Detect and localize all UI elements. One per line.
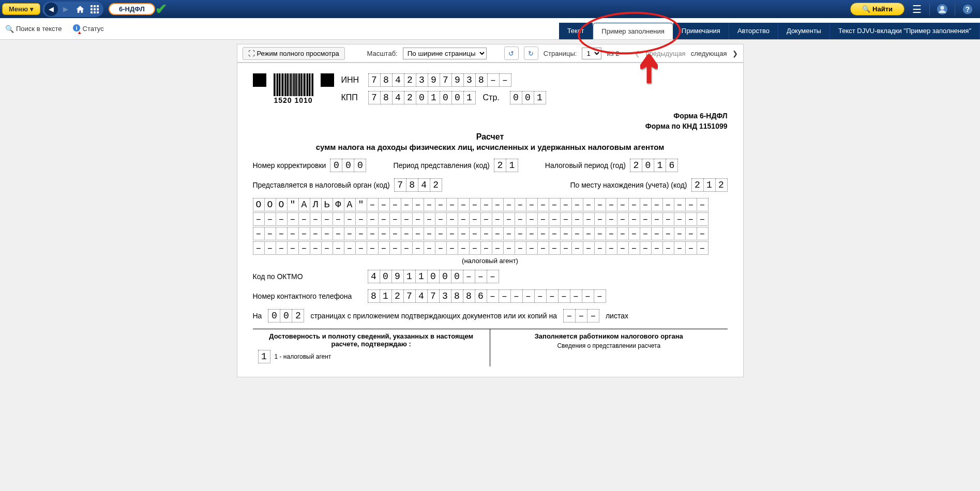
menu-label: Меню [9, 5, 28, 13]
marker-square [253, 73, 266, 87]
marker-square [321, 73, 334, 87]
tab-notes[interactable]: Примечания [673, 23, 729, 39]
inn-cells: 7842397938–– [368, 73, 511, 87]
corr-cells: 000 [330, 159, 366, 172]
year-label: Налоговый период (год) [545, 161, 626, 170]
bottom-two-col: Достоверность и полноту сведений, указан… [253, 329, 728, 366]
fullscreen-icon: ⛶ [248, 50, 255, 57]
chevron-right-icon[interactable]: ❯ [732, 50, 738, 57]
oktmo-cells: 40911000––– [368, 270, 499, 283]
corr-label: Номер корректировки [253, 161, 326, 170]
phone-label: Номер контактного телефона [253, 292, 361, 300]
organ-label: Представляется в налоговый орган (код) [253, 181, 390, 189]
tab-example[interactable]: Пример заполнения [593, 23, 673, 39]
grid-button[interactable] [88, 3, 101, 16]
tab-documents[interactable]: Документы [778, 23, 830, 39]
form-label: Форма 6-НДФЛ [253, 112, 728, 120]
tab-authorship[interactable]: Авторство [729, 23, 778, 39]
form-subtitle: сумм налога на доходы физических лиц, ис… [253, 143, 728, 151]
hamburger-icon[interactable]: ☰ [910, 2, 924, 17]
svg-rect-4 [94, 8, 96, 10]
search-icon: 🔍 [862, 5, 870, 13]
secondbar: 🔍 Поиск в тексте i ▲ Статус Текст Пример… [0, 18, 980, 40]
pages-label: Страницы: [544, 50, 577, 57]
right-sub: Сведения о представлении расчета [495, 342, 722, 349]
home-button[interactable] [73, 3, 87, 16]
undo-icon: ↺ [508, 50, 514, 57]
info-icon: i ▲ [72, 24, 81, 34]
tab-text[interactable]: Текст [559, 23, 593, 39]
svg-point-10 [940, 6, 944, 9]
on-label: На [253, 312, 262, 320]
search-pill[interactable]: 6-НДФЛ [109, 3, 155, 15]
scale-select[interactable]: По ширине страницы [403, 48, 487, 59]
right-head: Заполняется работником налогового органа [495, 332, 722, 340]
sheets-label: листах [606, 312, 628, 320]
status-button[interactable]: i ▲ Статус [72, 24, 104, 34]
knd-label: Форма по КНД 1151099 [253, 122, 728, 130]
place-label: По месту нахождения (учета) (код) [570, 181, 687, 189]
chevron-left-icon: ❮ [635, 50, 640, 57]
str-cells: 001 [510, 91, 546, 104]
att-cells: ––– [563, 309, 599, 323]
oktmo-label: Код по ОКТМО [253, 272, 361, 281]
name-row-2: –––––––––––––––––––––––––––––––––––––––– [253, 212, 728, 226]
page-select[interactable]: 1 [582, 48, 601, 59]
period-cells: 21 [494, 159, 518, 172]
scale-label: Масштаб: [367, 50, 397, 57]
redo-icon: ↻ [528, 50, 534, 57]
kpp-cells: 784201001 [368, 91, 476, 104]
str-label: Стр. [483, 93, 506, 102]
prev-page-link: предыдущая [645, 50, 685, 57]
phone-cells: 8127473886–––––––––– [368, 289, 606, 303]
kpp-label: КПП [341, 93, 364, 102]
svg-rect-1 [94, 5, 96, 7]
form-title: Расчет [253, 132, 728, 142]
year-cells: 2016 [630, 159, 678, 172]
dropdown-icon: ▾ [30, 5, 34, 13]
next-page-link[interactable]: следующая [691, 50, 727, 57]
name-row-4: –––––––––––––––––––––––––––––––––––––––– [253, 241, 728, 255]
opt1-label: 1 - налоговый агент [275, 353, 331, 360]
text-search-button[interactable]: 🔍 Поиск в тексте [5, 25, 62, 33]
svg-rect-2 [97, 5, 99, 7]
svg-rect-7 [94, 11, 96, 13]
place-cells: 212 [691, 178, 728, 192]
svg-rect-3 [91, 8, 93, 10]
svg-rect-0 [91, 5, 93, 7]
magnifier-icon: 🔍 [5, 25, 14, 33]
menu-button[interactable]: Меню ▾ [2, 3, 40, 15]
viewer-toolbar: ⛶ Режим полного просмотра Масштаб: По ши… [237, 44, 744, 63]
barcode: 1520 1010 [274, 73, 313, 104]
period-label: Период представления (код) [393, 161, 489, 170]
svg-rect-6 [91, 11, 93, 13]
pages-tail: страницах с приложением подтверждающих д… [310, 312, 557, 320]
agent-label: (налоговый агент) [253, 257, 728, 265]
find-button[interactable]: 🔍 Найти [850, 3, 904, 16]
svg-rect-5 [97, 8, 99, 10]
checkmark-icon: ✔ [155, 1, 167, 18]
svg-text:?: ? [966, 5, 970, 13]
svg-rect-8 [97, 11, 99, 13]
page-of-label: из 2 [607, 50, 619, 57]
name-row-3: –––––––––––––––––––––––––––––––––––––––– [253, 227, 728, 240]
user-icon[interactable] [935, 2, 949, 17]
nav-group: ◀ ▶ [42, 2, 103, 17]
topbar: Меню ▾ ◀ ▶ 6-НДФЛ ✔ 🔍 Найти ☰ ? [0, 0, 980, 18]
organ-cells: 7842 [394, 178, 442, 192]
opt-cell: 1 [258, 350, 270, 363]
nav-back-button[interactable]: ◀ [44, 3, 58, 16]
fullscreen-button[interactable]: ⛶ Режим полного просмотра [243, 47, 345, 60]
inn-label: ИНН [341, 75, 364, 85]
tab-djvu-text[interactable]: Текст DJVU-вкладки "Пример заполнения" [830, 23, 980, 39]
pages-cells: 002 [268, 309, 304, 323]
name-row-1: ООО"АЛЬФА"–––––––––––––––––––––––––––––– [253, 198, 728, 211]
nav-forward-button[interactable]: ▶ [59, 3, 72, 16]
rotate-right-button[interactable]: ↻ [524, 47, 538, 60]
rotate-left-button[interactable]: ↺ [504, 47, 519, 60]
help-icon[interactable]: ? [960, 2, 975, 17]
left-head: Достоверность и полноту сведений, указан… [258, 332, 485, 348]
form-page: 1520 1010 ИНН 7842397938–– КПП 784201001… [237, 63, 744, 377]
tabs-row: Текст Пример заполнения Примечания Автор… [559, 23, 980, 39]
